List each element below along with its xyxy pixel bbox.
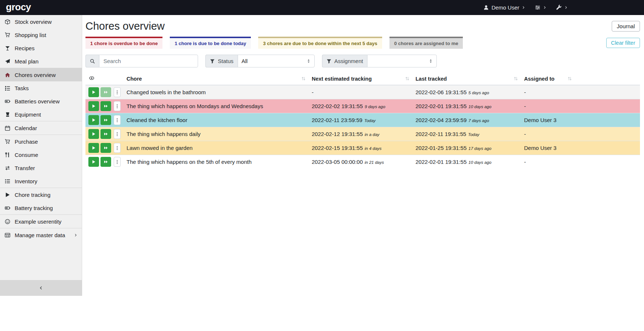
ellipsis-vertical-icon <box>115 146 120 151</box>
last-tracked-column-header[interactable]: Last tracked <box>413 73 521 85</box>
row-menu-button[interactable] <box>114 101 121 111</box>
sidebar-item-recipes[interactable]: Recipes <box>0 41 82 55</box>
row-menu-button[interactable] <box>114 157 121 167</box>
sidebar-item-tasks[interactable]: Tasks <box>0 81 82 95</box>
cocktail-icon <box>4 45 11 51</box>
due-today-filter-card[interactable]: 1 chore is due to be done today <box>170 37 251 49</box>
sidebar-item-label: Transfer <box>15 165 35 171</box>
sidebar-item-transfer[interactable]: Transfer <box>0 161 82 174</box>
last-tracked-date: 2022-01-25 19:31:55 <box>416 145 466 151</box>
user-menu[interactable]: Demo User <box>483 4 525 11</box>
due-next5days-filter-card[interactable]: 3 chores are due to be done within the n… <box>258 37 382 49</box>
play-icon <box>92 160 96 164</box>
last-tracked-date: 2022-02-04 23:59:59 <box>416 117 466 123</box>
settings-menu[interactable] <box>535 5 546 10</box>
play-icon <box>92 118 96 122</box>
sidebar-item-label: Chores overview <box>15 72 56 78</box>
row-menu-button[interactable] <box>114 143 121 153</box>
status-filter-group: Status All <box>205 55 315 67</box>
battery-icon <box>4 205 11 211</box>
ellipsis-vertical-icon <box>115 104 120 109</box>
skip-chore-button[interactable] <box>100 129 111 139</box>
next-tracking-relative: in 4 days <box>365 146 381 151</box>
fast-forward-icon <box>103 146 108 150</box>
clear-filter-button[interactable]: Clear filter <box>606 38 640 48</box>
sidebar-collapse-button[interactable] <box>0 280 82 296</box>
last-tracked-date: 2022-02-11 19:31:55 <box>416 131 466 137</box>
next-tracking-date: 2022-02-15 19:31:55 <box>312 145 363 151</box>
user-icon <box>483 5 489 10</box>
sidebar-item-meal-plan[interactable]: Meal plan <box>0 55 82 68</box>
sidebar-item-label: Manage master data <box>15 232 65 238</box>
sidebar-item-example-userentity[interactable]: Example userentity <box>0 215 82 228</box>
play-icon <box>92 90 96 94</box>
home-icon <box>4 72 11 78</box>
sidebar-item-label: Consume <box>15 152 38 158</box>
sidebar-item-label: Meal plan <box>15 58 39 65</box>
next-tracking-relative: 9 days ago <box>365 104 385 109</box>
sidebar-item-chores-overview[interactable]: Chores overview <box>0 68 82 81</box>
status-filter-select[interactable]: All <box>238 55 315 67</box>
skip-chore-button[interactable] <box>100 115 111 125</box>
sidebar-item-battery-tracking[interactable]: Battery tracking <box>0 201 82 214</box>
overdue-filter-card[interactable]: 1 chore is overdue to be done <box>85 37 162 49</box>
row-menu-button[interactable] <box>114 115 121 125</box>
sort-icon[interactable] <box>513 76 518 81</box>
row-menu-button[interactable] <box>114 87 121 97</box>
sidebar-item-consume[interactable]: Consume <box>0 148 82 161</box>
skip-chore-button[interactable] <box>100 157 111 167</box>
search-group <box>85 55 198 67</box>
sidebar-item-chore-tracking[interactable]: Chore tracking <box>0 188 82 201</box>
sidebar-item-inventory[interactable]: Inventory <box>0 174 82 188</box>
assignment-filter-select[interactable] <box>367 55 437 67</box>
table-icon <box>4 232 11 238</box>
chevron-right-icon <box>522 5 525 10</box>
app-window: grocy Demo User Stock overview Shopping … <box>0 0 644 331</box>
sidebar-item-stock-overview[interactable]: Stock overview <box>0 15 82 28</box>
sidebar-item-batteries-overview[interactable]: Batteries overview <box>0 95 82 108</box>
track-chore-button[interactable] <box>88 87 99 97</box>
track-chore-button[interactable] <box>88 129 99 139</box>
track-chore-button[interactable] <box>88 143 99 153</box>
skip-chore-button[interactable] <box>100 143 111 153</box>
sidebar-item-equipment[interactable]: Equipment <box>0 108 82 121</box>
track-chore-button[interactable] <box>88 157 99 167</box>
skip-chore-button[interactable] <box>100 101 111 111</box>
sort-icon[interactable] <box>567 76 572 81</box>
fast-forward-icon <box>103 90 108 94</box>
box-icon <box>4 19 11 25</box>
table-header-row: Chore Next estimated tracking Last track… <box>85 73 640 85</box>
assigned-to: - <box>521 99 575 113</box>
next-tracking-date: 2022-02-02 19:31:55 <box>312 103 363 109</box>
sidebar-item-manage-master-data[interactable]: Manage master data <box>0 228 82 242</box>
assigned-to: Demo User 3 <box>521 113 575 127</box>
search-input[interactable] <box>99 55 198 67</box>
assigned-to: - <box>521 127 575 141</box>
last-tracked-date: 2022-02-01 19:31:55 <box>416 159 466 165</box>
sidebar-item-label: Recipes <box>15 45 34 51</box>
journal-button[interactable]: Journal <box>612 21 640 32</box>
sidebar-item-purchase[interactable]: Purchase <box>0 135 82 148</box>
next-tracking-relative: in 21 days <box>365 160 384 165</box>
track-chore-button[interactable] <box>88 115 99 125</box>
play-icon <box>92 132 96 136</box>
track-chore-button[interactable] <box>88 101 99 111</box>
last-tracked-relative: 5 days ago <box>468 91 489 95</box>
visibility-column-header[interactable] <box>85 73 124 85</box>
chore-column-header[interactable]: Chore <box>124 73 309 85</box>
sort-icon[interactable] <box>301 76 306 81</box>
cart-plus-icon <box>4 139 11 144</box>
skip-chore-button[interactable] <box>100 87 111 97</box>
row-menu-button[interactable] <box>114 129 121 139</box>
search-icon <box>90 59 95 64</box>
smile-icon <box>4 219 11 224</box>
next-tracking-column-header[interactable]: Next estimated tracking <box>309 73 413 85</box>
filler-column-header <box>575 73 640 85</box>
admin-menu[interactable] <box>556 5 568 10</box>
assigned-to-column-header[interactable]: Assigned to <box>521 73 575 85</box>
assigned-to-me-filter-card[interactable]: 0 chores are assigned to me <box>389 37 463 49</box>
sidebar-item-shopping-list[interactable]: Shopping list <box>0 28 82 41</box>
user-menu-label: Demo User <box>491 4 519 11</box>
sidebar-item-calendar[interactable]: Calendar <box>0 121 82 135</box>
sort-icon[interactable] <box>405 76 410 81</box>
